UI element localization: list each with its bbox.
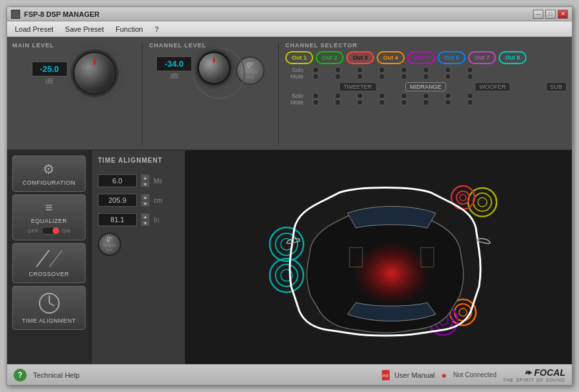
ta-phase-value: 0° [103,236,116,244]
solo-row-top: Solo [285,67,567,73]
mute-out6-top[interactable] [423,73,429,80]
mute-row-bottom: Mute [285,99,567,106]
focal-brand: ❧ FOCAL THE SPIRIT OF SOUND [503,367,565,382]
main-level-knob[interactable] [73,51,117,95]
solo-out3-top[interactable] [357,67,363,73]
svg-line-4 [49,303,54,306]
mute-out8-bottom[interactable] [467,99,473,106]
main-content: MAIN LEVEL -25.0 dB CHANNEL LEVEL [7,37,572,364]
equalizer-button[interactable]: ≡ EQUALIZER OFF ON [12,194,86,240]
ta-in-row: 81.1 ▲ ▼ In [98,213,178,226]
eq-toggle-off-label: OFF [27,228,39,234]
ta-ms-down[interactable]: ▼ [141,181,150,187]
ta-cm-row: 205.9 ▲ ▼ cm [98,194,178,207]
minimize-button[interactable]: — [533,10,543,19]
main-window: FSP-8 DSP MANAGER — □ ✕ Load Preset Save… [6,6,573,386]
main-level-unit: dB [45,78,53,85]
mute-out7-top[interactable] [445,73,451,80]
solo-out6-top[interactable] [423,67,429,73]
ta-ms-row: 6.0 ▲ ▼ Ms [98,174,178,187]
channel-level-section: CHANNEL LEVEL -34.0 dB 0° PHASE [142,42,272,144]
mute-out1-top[interactable] [313,73,319,80]
ta-ms-up[interactable]: ▲ [141,174,150,181]
ta-in-value[interactable]: 81.1 [98,213,137,226]
focal-tagline: THE SPIRIT OF SOUND [503,378,565,382]
solo-out5-top[interactable] [401,67,407,73]
solo-out1-bottom[interactable] [313,93,319,99]
mute-out2-bottom[interactable] [335,99,341,106]
configuration-button[interactable]: ⚙ CONFIGURATION [12,156,86,192]
svg-point-9 [456,191,469,204]
ta-in-up[interactable]: ▲ [141,213,150,220]
car-visualization [185,150,572,364]
mute-top-label: Mute [285,73,303,80]
menu-load-preset[interactable]: Load Preset [10,24,58,34]
ta-ms-stepper: ▲ ▼ [141,174,150,187]
mute-out7-bottom[interactable] [445,99,451,106]
ta-in-down[interactable]: ▼ [141,220,150,226]
user-manual-button[interactable]: PDF User Manual [381,369,434,381]
menu-help[interactable]: ? [149,24,163,34]
user-manual-label: User Manual [394,371,434,379]
mute-out4-bottom[interactable] [379,99,385,106]
mute-out8-top[interactable] [467,73,473,80]
title-bar-left: FSP-8 DSP MANAGER [11,10,100,19]
solo-out8-top[interactable] [467,67,473,73]
pdf-icon: PDF [381,369,392,381]
tweeter-label: TWEETER [339,82,377,91]
menu-function[interactable]: Function [110,24,148,34]
svg-point-7 [478,198,487,207]
solo-out8-bottom[interactable] [467,93,473,99]
channel-out4-button[interactable]: Out 4 [377,51,405,64]
solo-out7-top[interactable] [445,67,451,73]
channel-out1-button[interactable]: Out 1 [285,51,313,64]
channel-out2-button[interactable]: Out 2 [316,51,344,64]
channel-level-value[interactable]: -34.0 [156,56,192,71]
solo-out5-bottom[interactable] [401,93,407,99]
solo-out4-top[interactable] [379,67,385,73]
mute-out1-bottom[interactable] [313,99,319,106]
solo-out3-bottom[interactable] [357,93,363,99]
main-level-value[interactable]: -25.0 [32,62,67,76]
maximize-button[interactable]: □ [545,10,556,19]
solo-out2-top[interactable] [335,67,341,73]
eq-toggle[interactable] [41,227,60,235]
crossover-button[interactable]: CROSSOVER [12,243,86,283]
ta-cm-stepper: ▲ ▼ [141,194,150,207]
mute-out2-top[interactable] [335,73,341,80]
ta-ms-value[interactable]: 6.0 [98,174,137,187]
car-svg [242,167,515,348]
time-alignment-button[interactable]: TIME ALIGNMENT [12,286,86,330]
channel-out6-button[interactable]: Out 6 [438,51,466,64]
solo-out6-bottom[interactable] [423,93,429,99]
solo-out7-bottom[interactable] [445,93,451,99]
menu-save-preset[interactable]: Save Preset [60,24,109,34]
configuration-label: CONFIGURATION [23,179,75,186]
help-button[interactable]: ? [14,369,27,382]
mute-out5-top[interactable] [401,73,407,80]
mute-out3-bottom[interactable] [357,99,363,106]
svg-point-15 [276,264,298,286]
crossover-icon [36,249,62,268]
channel-out8-button[interactable]: Out 8 [499,51,526,64]
mute-out3-top[interactable] [357,73,363,80]
ta-cm-value[interactable]: 205.9 [98,194,137,207]
mute-out5-bottom[interactable] [401,99,407,106]
ta-phase-button[interactable]: 0° PHASE INV. [98,233,121,256]
mute-bottom-label: Mute [285,99,303,106]
channel-out3-button[interactable]: Out 3 [346,51,374,64]
mute-out6-bottom[interactable] [423,99,429,106]
ta-cm-down[interactable]: ▼ [141,200,150,207]
ta-cm-up[interactable]: ▲ [141,194,150,200]
close-button[interactable]: ✕ [558,10,568,19]
solo-out2-bottom[interactable] [335,93,341,99]
channel-out7-button[interactable]: Out 7 [468,51,496,64]
solo-out4-bottom[interactable] [379,93,385,99]
solo-out1-top[interactable] [313,67,319,73]
ta-ms-unit: Ms [154,178,162,185]
channel-level-knob[interactable] [197,51,231,85]
mute-out4-top[interactable] [379,73,385,80]
channel-level-knob-container [197,51,231,85]
channel-out5-button[interactable]: Out 5 [407,51,435,64]
eq-toggle-row: OFF ON [27,227,71,235]
